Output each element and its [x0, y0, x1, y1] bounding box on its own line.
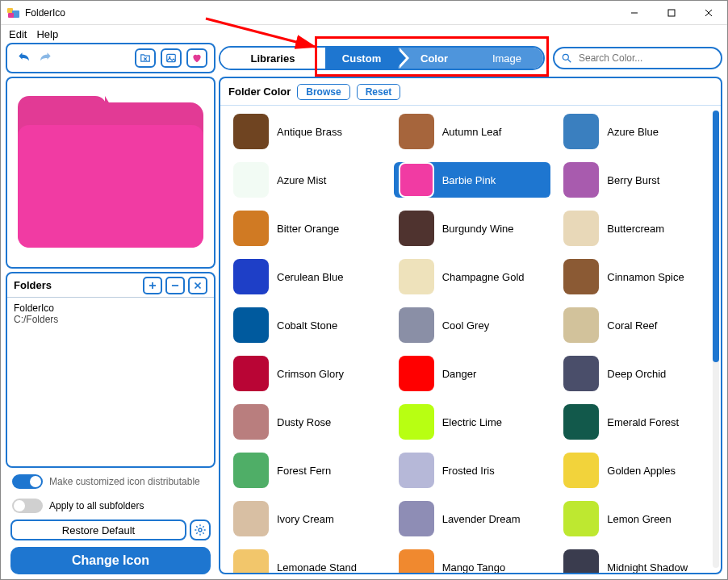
- swatch-icon: [233, 307, 269, 343]
- color-swatch[interactable]: Buttercream: [559, 211, 716, 246]
- swatch-icon: [563, 162, 599, 198]
- menu-edit[interactable]: Edit: [9, 28, 27, 40]
- color-swatch[interactable]: Golden Apples: [559, 453, 716, 488]
- settings-button[interactable]: [190, 519, 211, 540]
- close-button[interactable]: [690, 1, 727, 25]
- color-swatch[interactable]: Champagne Gold: [394, 259, 551, 294]
- swatch-icon: [399, 211, 434, 246]
- color-swatch[interactable]: Cerulean Blue: [228, 259, 386, 294]
- swatch-label: Crimson Glory: [277, 368, 344, 380]
- color-swatch[interactable]: Azure Mist: [228, 162, 386, 198]
- restore-default-button[interactable]: Restore Default: [10, 519, 186, 540]
- toggle-subfolders[interactable]: [12, 499, 43, 513]
- option-distributable: Make customized icon distributable: [6, 471, 215, 492]
- color-swatch[interactable]: Cobalt Stone: [228, 307, 386, 343]
- swatch-label: Forest Fern: [277, 465, 331, 477]
- maximize-button[interactable]: [653, 1, 690, 25]
- restore-label: Restore Default: [62, 524, 135, 536]
- label-subfolders: Apply to all subfolders: [49, 500, 144, 511]
- search-field[interactable]: [553, 47, 722, 69]
- remove-folder-icon[interactable]: [165, 277, 185, 294]
- svg-rect-4: [668, 10, 675, 16]
- swatch-label: Cobalt Stone: [277, 319, 337, 332]
- swatch-icon: [399, 162, 434, 198]
- folder-item-path: C:/Folders: [14, 314, 207, 325]
- color-grid: Antique BrassAutumn LeafAzure BlueAzure …: [228, 114, 716, 573]
- svg-rect-0: [7, 8, 13, 13]
- toggle-distributable[interactable]: [12, 474, 43, 489]
- tab-custom[interactable]: Custom: [325, 48, 398, 69]
- scrollbar-thumb[interactable]: [713, 111, 719, 362]
- color-swatch[interactable]: Frosted Iris: [394, 453, 551, 488]
- folder-preview: [18, 96, 203, 249]
- tab-libraries-label: Libraries: [251, 52, 295, 65]
- change-icon-button[interactable]: Change Icon: [10, 547, 211, 574]
- label-distributable: Make customized icon distributable: [49, 476, 200, 487]
- swatch-label: Mango Tango: [442, 561, 506, 574]
- swatch-icon: [563, 307, 599, 343]
- color-swatch[interactable]: Dusty Rose: [228, 404, 386, 440]
- tab-image-label: Image: [492, 52, 521, 65]
- color-swatch[interactable]: Burgundy Wine: [394, 211, 551, 246]
- color-swatch[interactable]: Lavender Dream: [394, 501, 551, 536]
- browse-button[interactable]: Browse: [297, 84, 349, 100]
- left-toolbar: [6, 43, 215, 73]
- color-swatch[interactable]: Berry Burst: [559, 162, 716, 198]
- swatch-label: Berry Burst: [607, 174, 659, 186]
- tab-custom-label: Custom: [342, 52, 381, 65]
- color-swatch[interactable]: Barbie Pink: [394, 162, 551, 198]
- color-swatch[interactable]: Bitter Orange: [228, 211, 386, 246]
- color-swatch[interactable]: Lemon Green: [559, 501, 716, 536]
- color-swatch[interactable]: Danger: [394, 356, 551, 391]
- color-grid-panel: Folder Color Browse Reset Antique BrassA…: [219, 77, 722, 574]
- color-swatch[interactable]: Ivory Cream: [228, 501, 386, 536]
- swatch-icon: [563, 211, 599, 246]
- image-icon[interactable]: [161, 48, 182, 68]
- color-swatch[interactable]: Autumn Leaf: [394, 114, 551, 149]
- grid-title: Folder Color: [228, 86, 291, 98]
- color-swatch[interactable]: Azure Blue: [559, 114, 716, 149]
- color-swatch[interactable]: Cool Grey: [394, 307, 551, 343]
- search-input[interactable]: [577, 52, 714, 65]
- color-swatch[interactable]: Cinnamon Spice: [559, 259, 716, 294]
- reset-button[interactable]: Reset: [357, 84, 401, 100]
- color-swatch[interactable]: Deep Orchid: [559, 356, 716, 391]
- add-folder-icon[interactable]: [143, 277, 162, 294]
- clear-folders-icon[interactable]: [188, 277, 207, 294]
- swatch-label: Buttercream: [607, 223, 664, 235]
- color-swatch[interactable]: Coral Reef: [559, 307, 716, 343]
- color-swatch[interactable]: Mango Tango: [394, 549, 551, 573]
- swatch-label: Midnight Shadow: [607, 561, 688, 574]
- swatch-icon: [233, 404, 269, 440]
- color-swatch[interactable]: Lemonade Stand: [228, 549, 386, 573]
- color-swatch[interactable]: Crimson Glory: [228, 356, 386, 391]
- swatch-label: Dusty Rose: [277, 416, 331, 428]
- swatch-label: Emerald Forest: [607, 416, 679, 428]
- swatch-label: Cerulean Blue: [277, 271, 343, 283]
- color-swatch[interactable]: Emerald Forest: [559, 404, 716, 440]
- svg-line-18: [568, 60, 571, 63]
- color-swatch[interactable]: Midnight Shadow: [559, 549, 716, 573]
- minimize-button[interactable]: [616, 1, 653, 25]
- scrollbar[interactable]: [713, 111, 719, 568]
- color-swatch[interactable]: Antique Brass: [228, 114, 386, 149]
- menu-help[interactable]: Help: [36, 28, 58, 40]
- tab-image[interactable]: Image: [471, 48, 543, 69]
- folder-x-icon[interactable]: [135, 48, 156, 68]
- swatch-label: Golden Apples: [607, 465, 676, 477]
- swatch-icon: [233, 211, 269, 246]
- tab-strip: Libraries Custom Color Image: [219, 46, 545, 70]
- swatch-icon: [399, 259, 434, 294]
- color-swatch[interactable]: Electric Lime: [394, 404, 551, 440]
- color-swatch[interactable]: Forest Fern: [228, 453, 386, 488]
- gear-icon: [194, 524, 207, 536]
- tab-color-label: Color: [420, 52, 448, 65]
- tab-libraries[interactable]: Libraries: [220, 48, 325, 69]
- swatch-icon: [399, 356, 434, 391]
- folder-list[interactable]: FolderIco C:/Folders: [7, 298, 214, 466]
- swatch-label: Autumn Leaf: [442, 126, 502, 138]
- undo-icon[interactable]: [14, 49, 35, 67]
- heart-icon[interactable]: [186, 48, 207, 68]
- option-subfolders: Apply to all subfolders: [6, 495, 215, 516]
- redo-icon[interactable]: [35, 49, 56, 67]
